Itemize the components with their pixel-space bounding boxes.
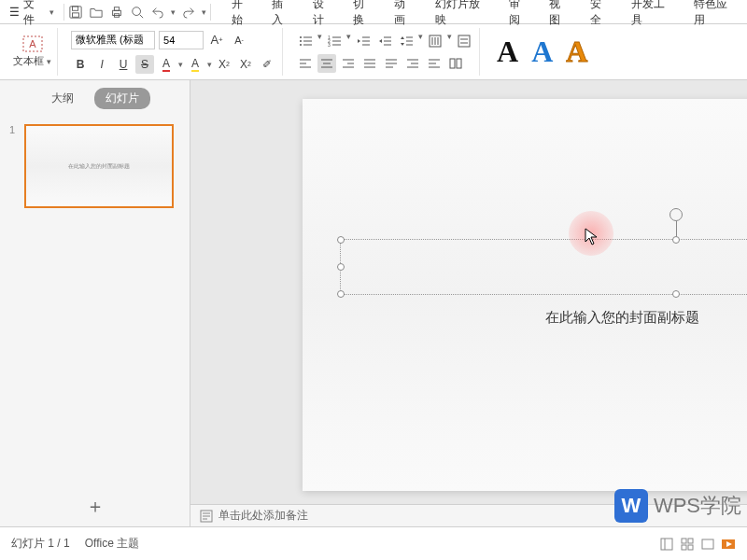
panel-tab-outline[interactable]: 大纲 (40, 88, 85, 109)
wps-logo-icon: W (614, 489, 648, 523)
align-center-button[interactable] (317, 54, 336, 73)
distribute-button[interactable] (382, 54, 401, 73)
wordart-style-solid[interactable]: A (497, 35, 518, 69)
title-placeholder[interactable] (340, 239, 747, 295)
separator (63, 4, 64, 21)
view-sorter-icon[interactable] (680, 537, 695, 552)
tab-devtools[interactable]: 开发工具 (626, 0, 681, 32)
font-color-button[interactable]: A (157, 55, 176, 74)
wordart-style-outline[interactable]: A (531, 35, 553, 69)
wps-watermark: W WPS学院 (609, 485, 747, 526)
slide-canvas[interactable]: 在此输入您的封面副标题 (303, 99, 747, 491)
undo-icon[interactable] (150, 5, 165, 20)
tab-design[interactable]: 设计 (307, 0, 341, 32)
bullets-dropdown[interactable]: ▾ (317, 32, 322, 50)
text-direction-dropdown[interactable]: ▾ (447, 32, 452, 50)
resize-handle-nw[interactable] (337, 236, 345, 244)
svg-text:A: A (29, 38, 36, 49)
align-left-button[interactable] (296, 54, 315, 73)
svg-rect-69 (682, 545, 686, 550)
view-normal-icon[interactable] (659, 537, 674, 552)
bullets-button[interactable] (296, 32, 315, 50)
svg-point-10 (300, 36, 302, 38)
resize-handle-s[interactable] (672, 290, 680, 298)
open-icon[interactable] (89, 5, 104, 20)
resize-handle-n[interactable] (672, 236, 680, 244)
tab-slideshow[interactable]: 幻灯片放映 (430, 0, 496, 32)
slide-counter: 幻灯片 1 / 1 (11, 536, 70, 552)
tab-features[interactable]: 特色应用 (688, 0, 743, 32)
bold-button[interactable]: B (71, 55, 90, 74)
menu-button[interactable]: ☰ 文件 ▾ (4, 0, 60, 30)
svg-rect-4 (114, 7, 119, 10)
align-justify-button[interactable] (360, 54, 379, 73)
hamburger-icon: ☰ (9, 6, 20, 19)
print-preview-icon[interactable] (130, 5, 145, 20)
print-icon[interactable] (109, 5, 124, 20)
resize-handle-sw[interactable] (337, 290, 345, 298)
notes-icon (200, 510, 213, 523)
font-size-select[interactable] (159, 31, 204, 49)
plus-icon: ＋ (86, 496, 105, 516)
svg-point-12 (300, 40, 302, 42)
view-reading-icon[interactable] (700, 537, 715, 552)
tab-review[interactable]: 审阅 (503, 0, 537, 32)
redo-icon[interactable] (181, 5, 196, 20)
underline-button[interactable]: U (114, 55, 133, 74)
columns-button[interactable] (446, 54, 465, 73)
click-highlight (569, 211, 613, 256)
svg-point-14 (300, 44, 302, 46)
slide-thumbnail[interactable]: 在此输入您的封面副标题 (24, 124, 174, 208)
theme-name: Office 主题 (85, 536, 139, 552)
text-direction-button[interactable] (426, 32, 444, 50)
watermark-text: WPS学院 (654, 492, 741, 520)
italic-button[interactable]: I (92, 55, 111, 74)
highlight-dropdown[interactable]: ▾ (207, 60, 212, 69)
indent-left-button[interactable] (403, 54, 422, 73)
svg-rect-35 (458, 35, 470, 47)
subscript-button[interactable]: X2 (236, 55, 255, 74)
redo-dropdown-icon[interactable]: ▾ (202, 7, 206, 17)
svg-rect-2 (72, 12, 78, 16)
increase-font-icon[interactable]: A+ (207, 31, 226, 49)
clear-format-button[interactable]: ✐ (258, 55, 276, 74)
add-slide-button[interactable]: ＋ (0, 486, 190, 526)
decrease-indent-button[interactable] (354, 32, 373, 50)
svg-rect-60 (457, 59, 461, 68)
textbox-button[interactable]: A 文本框 ▾ (13, 35, 51, 68)
numbering-button[interactable]: 123 (325, 32, 344, 50)
tab-start[interactable]: 开始 (226, 0, 260, 32)
tab-animation[interactable]: 动画 (388, 0, 422, 32)
line-spacing-button[interactable] (397, 32, 416, 50)
tab-security[interactable]: 安全 (585, 0, 618, 32)
numbering-dropdown[interactable]: ▾ (346, 32, 351, 50)
font-color-dropdown[interactable]: ▾ (178, 60, 183, 69)
separator (210, 4, 211, 21)
strikethrough-button[interactable]: S (135, 55, 154, 74)
wordart-style-gradient[interactable]: A (566, 35, 587, 69)
superscript-button[interactable]: X2 (215, 55, 233, 74)
svg-text:3: 3 (328, 42, 331, 48)
line-spacing-dropdown[interactable]: ▾ (418, 32, 423, 50)
increase-indent-button[interactable] (375, 32, 394, 50)
highlight-button[interactable]: A (186, 55, 204, 74)
rotate-handle[interactable] (669, 208, 683, 221)
textbox-icon: A (22, 35, 43, 52)
save-icon[interactable] (68, 5, 83, 20)
slideshow-icon[interactable] (721, 537, 736, 552)
tab-insert[interactable]: 插入 (266, 0, 300, 32)
indent-right-button[interactable] (425, 54, 444, 73)
tab-view[interactable]: 视图 (543, 0, 577, 32)
panel-tab-slides[interactable]: 幻灯片 (94, 88, 150, 109)
align-right-button[interactable] (339, 54, 358, 73)
notes-placeholder[interactable]: 单击此处添加备注 (218, 508, 308, 524)
resize-handle-w[interactable] (337, 263, 345, 271)
svg-rect-0 (69, 6, 80, 17)
svg-rect-68 (688, 539, 693, 543)
undo-dropdown-icon[interactable]: ▾ (171, 7, 176, 17)
align-text-button[interactable] (455, 32, 473, 50)
font-name-select[interactable] (71, 31, 155, 49)
tab-transition[interactable]: 切换 (347, 0, 381, 32)
decrease-font-icon[interactable]: A- (230, 31, 248, 49)
subtitle-placeholder[interactable]: 在此输入您的封面副标题 (545, 309, 699, 327)
